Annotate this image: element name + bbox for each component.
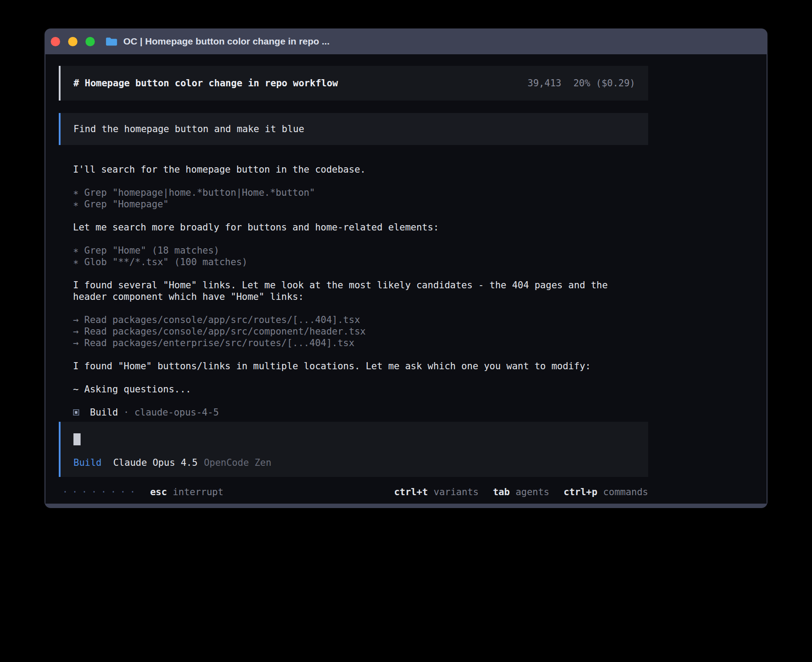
status-left: ········ esc interrupt: [62, 486, 223, 498]
prompt-input[interactable]: Build Claude Opus 4.5 OpenCode Zen: [59, 422, 648, 477]
agent-status-row: Build · claude-opus-4-5: [59, 407, 648, 418]
folder-icon: [106, 36, 118, 47]
spinner-dots-icon: ········: [62, 486, 139, 498]
hint-variants: ctrl+t variants: [394, 486, 479, 498]
text-cursor: [73, 433, 81, 445]
tool-call-grep: ∗ Grep "Home" (18 matches): [73, 245, 648, 256]
context-usage: 20% ($0.29): [573, 77, 635, 89]
zoom-button[interactable]: [85, 37, 95, 46]
session-title: # Homepage button color change in repo w…: [73, 77, 338, 89]
hint-commands: ctrl+p commands: [564, 486, 648, 498]
assistant-status: ~ Asking questions...: [59, 383, 648, 395]
provider-label: OpenCode Zen: [204, 457, 272, 468]
terminal-body: # Homepage button color change in repo w…: [45, 54, 767, 504]
user-message: Find the homepage button and make it blu…: [59, 113, 648, 145]
agent-separator: ·: [123, 407, 129, 418]
hint-commands-label: commands: [603, 486, 648, 498]
assistant-message: I found "Home" buttons/links in multiple…: [59, 360, 648, 372]
tool-call-grep: ∗ Grep "Homepage": [73, 198, 648, 210]
tool-call-read: → Read packages/enterprise/src/routes/[.…: [73, 337, 648, 349]
input-mode-row: Build Claude Opus 4.5 OpenCode Zen: [73, 457, 635, 468]
session-stats: 39,413 20% ($0.29): [528, 77, 635, 89]
tool-call-group: ∗ Grep "homepage|home.*button|Home.*butt…: [59, 187, 648, 210]
assistant-text: I'll search for the homepage button in t…: [73, 164, 648, 175]
tool-call-read: → Read packages/console/app/src/componen…: [73, 326, 648, 337]
hint-commands-key: ctrl+p: [564, 486, 597, 498]
desktop-background: OC | Homepage button color change in rep…: [0, 0, 812, 662]
assistant-message: Let me search more broadly for buttons a…: [59, 222, 648, 233]
assistant-text: I found "Home" buttons/links in multiple…: [73, 360, 648, 372]
hint-agents: tab agents: [493, 486, 549, 498]
token-count: 39,413: [528, 77, 561, 89]
hint-variants-key: ctrl+t: [394, 486, 428, 498]
tool-call-read: → Read packages/console/app/src/routes/[…: [73, 314, 648, 326]
assistant-message: I'll search for the homepage button in t…: [59, 164, 648, 175]
keyboard-hints: ctrl+t variants tab agents ctrl+p comman…: [394, 486, 648, 498]
minimize-button[interactable]: [68, 37, 77, 46]
user-message-text: Find the homepage button and make it blu…: [73, 123, 304, 135]
interrupt-key: esc: [150, 486, 167, 498]
window-titlebar[interactable]: OC | Homepage button color change in rep…: [45, 28, 767, 54]
traffic-lights: [51, 37, 95, 46]
hint-agents-label: agents: [516, 486, 549, 498]
session-content: # Homepage button color change in repo w…: [59, 66, 648, 498]
hint-agents-key: tab: [493, 486, 510, 498]
assistant-message: I found several "Home" links. Let me loo…: [59, 279, 611, 303]
window-title: OC | Homepage button color change in rep…: [123, 36, 329, 47]
window-title-group: OC | Homepage button color change in rep…: [106, 36, 329, 47]
terminal-window: OC | Homepage button color change in rep…: [45, 28, 767, 508]
asking-questions-status: ~ Asking questions...: [73, 383, 648, 395]
agent-model: claude-opus-4-5: [134, 407, 219, 418]
tool-call-group: ∗ Grep "Home" (18 matches) ∗ Glob "**/*.…: [59, 245, 648, 268]
status-bar: ········ esc interrupt ctrl+t variants t…: [59, 486, 648, 498]
agent-square-icon: [73, 409, 79, 416]
agent-mode-label[interactable]: Build: [73, 457, 102, 468]
tool-call-grep: ∗ Grep "homepage|home.*button|Home.*butt…: [73, 187, 648, 198]
hint-variants-label: variants: [434, 486, 479, 498]
session-header: # Homepage button color change in repo w…: [59, 66, 648, 101]
tool-call-glob: ∗ Glob "**/*.tsx" (100 matches): [73, 256, 648, 268]
agent-name: Build: [90, 407, 118, 418]
interrupt-label: interrupt: [173, 486, 223, 498]
close-button[interactable]: [51, 37, 60, 46]
assistant-text: Let me search more broadly for buttons a…: [73, 222, 648, 233]
assistant-text: I found several "Home" links. Let me loo…: [73, 279, 611, 303]
tool-call-group: → Read packages/console/app/src/routes/[…: [59, 314, 648, 349]
model-label[interactable]: Claude Opus 4.5: [113, 457, 198, 468]
